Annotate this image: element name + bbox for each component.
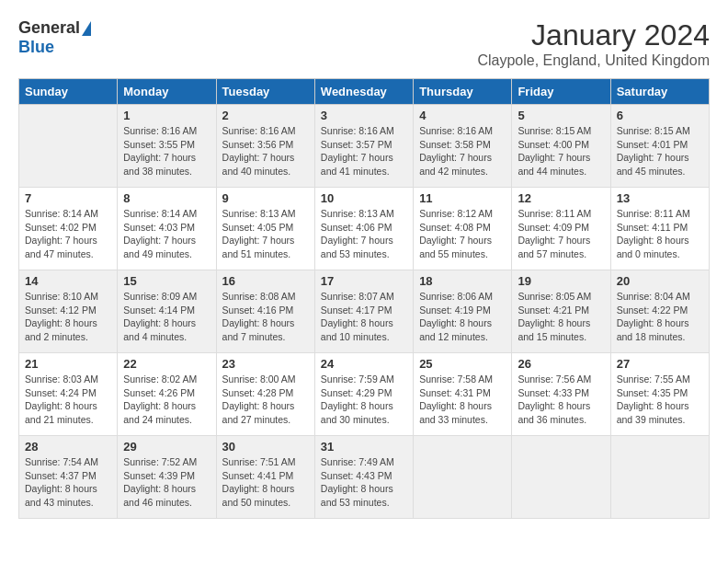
day-number: 12: [518, 191, 604, 205]
day-info: Sunrise: 8:16 AMSunset: 3:56 PMDaylight:…: [222, 124, 309, 178]
day-info: Sunrise: 8:15 AMSunset: 4:01 PMDaylight:…: [617, 124, 703, 178]
calendar-cell: 25 Sunrise: 7:58 AMSunset: 4:31 PMDaylig…: [414, 353, 512, 436]
day-info: Sunrise: 8:03 AMSunset: 4:24 PMDaylight:…: [25, 373, 111, 427]
day-number: 28: [25, 440, 111, 454]
calendar-cell: [414, 436, 512, 519]
calendar-cell: 26 Sunrise: 7:56 AMSunset: 4:33 PMDaylig…: [512, 353, 610, 436]
calendar-cell: 20 Sunrise: 8:04 AMSunset: 4:22 PMDaylig…: [610, 270, 709, 353]
day-number: 5: [518, 109, 604, 122]
calendar-cell: 24 Sunrise: 7:59 AMSunset: 4:29 PMDaylig…: [314, 353, 413, 436]
day-info: Sunrise: 7:51 AMSunset: 4:41 PMDaylight:…: [222, 455, 309, 510]
day-number: 14: [25, 274, 111, 288]
calendar-cell: 9 Sunrise: 8:13 AMSunset: 4:05 PMDayligh…: [216, 188, 314, 270]
calendar-cell: 29 Sunrise: 7:52 AMSunset: 4:39 PMDaylig…: [118, 436, 216, 519]
day-info: Sunrise: 8:16 AMSunset: 3:55 PMDaylight:…: [123, 124, 210, 178]
day-number: 7: [25, 191, 111, 205]
day-info: Sunrise: 8:10 AMSunset: 4:12 PMDaylight:…: [25, 290, 111, 344]
calendar-cell: 15 Sunrise: 8:09 AMSunset: 4:14 PMDaylig…: [118, 270, 216, 353]
day-number: 26: [518, 357, 604, 371]
calendar-cell: 7 Sunrise: 8:14 AMSunset: 4:02 PMDayligh…: [19, 188, 118, 270]
col-wednesday: Wednesday: [314, 79, 413, 105]
logo-blue-text: Blue: [18, 38, 54, 57]
day-info: Sunrise: 8:13 AMSunset: 4:05 PMDaylight:…: [222, 207, 309, 261]
day-info: Sunrise: 8:14 AMSunset: 4:03 PMDaylight:…: [123, 207, 210, 261]
day-info: Sunrise: 8:11 AMSunset: 4:09 PMDaylight:…: [518, 207, 604, 261]
day-info: Sunrise: 8:11 AMSunset: 4:11 PMDaylight:…: [617, 207, 703, 261]
day-info: Sunrise: 7:59 AMSunset: 4:29 PMDaylight:…: [321, 373, 407, 427]
calendar-cell: 14 Sunrise: 8:10 AMSunset: 4:12 PMDaylig…: [19, 270, 118, 353]
calendar-cell: 23 Sunrise: 8:00 AMSunset: 4:28 PMDaylig…: [216, 353, 314, 436]
logo: General Blue: [18, 18, 91, 57]
day-number: 25: [419, 357, 506, 371]
day-number: 18: [419, 274, 506, 288]
day-info: Sunrise: 8:07 AMSunset: 4:17 PMDaylight:…: [321, 290, 407, 344]
calendar-cell: 28 Sunrise: 7:54 AMSunset: 4:37 PMDaylig…: [19, 436, 118, 519]
calendar-cell: 13 Sunrise: 8:11 AMSunset: 4:11 PMDaylig…: [610, 188, 709, 270]
calendar-cell: 22 Sunrise: 8:02 AMSunset: 4:26 PMDaylig…: [118, 353, 216, 436]
calendar-cell: 27 Sunrise: 7:55 AMSunset: 4:35 PMDaylig…: [610, 353, 709, 436]
day-info: Sunrise: 8:02 AMSunset: 4:26 PMDaylight:…: [123, 373, 210, 427]
day-info: Sunrise: 8:04 AMSunset: 4:22 PMDaylight:…: [617, 290, 703, 344]
day-info: Sunrise: 8:05 AMSunset: 4:21 PMDaylight:…: [518, 290, 604, 344]
day-info: Sunrise: 8:12 AMSunset: 4:08 PMDaylight:…: [419, 207, 506, 261]
day-info: Sunrise: 8:16 AMSunset: 3:57 PMDaylight:…: [321, 124, 407, 178]
day-info: Sunrise: 8:00 AMSunset: 4:28 PMDaylight:…: [222, 373, 309, 427]
calendar-cell: [19, 105, 118, 188]
day-number: 8: [123, 191, 210, 205]
logo-icon: [82, 21, 91, 36]
calendar-cell: 19 Sunrise: 8:05 AMSunset: 4:21 PMDaylig…: [512, 270, 610, 353]
day-number: 29: [123, 440, 210, 454]
calendar-cell: 1 Sunrise: 8:16 AMSunset: 3:55 PMDayligh…: [118, 105, 216, 188]
day-number: 15: [123, 274, 210, 288]
header-row: Sunday Monday Tuesday Wednesday Thursday…: [19, 79, 710, 105]
day-info: Sunrise: 7:58 AMSunset: 4:31 PMDaylight:…: [419, 373, 506, 427]
day-info: Sunrise: 7:54 AMSunset: 4:37 PMDaylight:…: [25, 455, 111, 510]
calendar-cell: 30 Sunrise: 7:51 AMSunset: 4:41 PMDaylig…: [216, 436, 314, 519]
logo-general-text: General: [18, 18, 80, 38]
day-info: Sunrise: 8:06 AMSunset: 4:19 PMDaylight:…: [419, 290, 506, 344]
day-number: 23: [222, 357, 309, 371]
calendar-cell: 4 Sunrise: 8:16 AMSunset: 3:58 PMDayligh…: [414, 105, 512, 188]
calendar-cell: 10 Sunrise: 8:13 AMSunset: 4:06 PMDaylig…: [314, 188, 413, 270]
day-info: Sunrise: 7:56 AMSunset: 4:33 PMDaylight:…: [518, 373, 604, 427]
day-info: Sunrise: 8:15 AMSunset: 4:00 PMDaylight:…: [518, 124, 604, 178]
day-number: 2: [222, 109, 309, 122]
calendar-cell: 11 Sunrise: 8:12 AMSunset: 4:08 PMDaylig…: [414, 188, 512, 270]
day-number: 24: [321, 357, 407, 371]
calendar-cell: 2 Sunrise: 8:16 AMSunset: 3:56 PMDayligh…: [216, 105, 314, 188]
calendar-week-row: 21 Sunrise: 8:03 AMSunset: 4:24 PMDaylig…: [19, 353, 710, 436]
calendar-cell: [610, 436, 709, 519]
day-info: Sunrise: 7:49 AMSunset: 4:43 PMDaylight:…: [321, 455, 407, 510]
calendar-cell: 31 Sunrise: 7:49 AMSunset: 4:43 PMDaylig…: [314, 436, 413, 519]
calendar-cell: 12 Sunrise: 8:11 AMSunset: 4:09 PMDaylig…: [512, 188, 610, 270]
col-thursday: Thursday: [414, 79, 512, 105]
calendar-table: Sunday Monday Tuesday Wednesday Thursday…: [18, 78, 710, 519]
day-info: Sunrise: 8:08 AMSunset: 4:16 PMDaylight:…: [222, 290, 309, 344]
calendar-cell: 18 Sunrise: 8:06 AMSunset: 4:19 PMDaylig…: [414, 270, 512, 353]
day-number: 17: [321, 274, 407, 288]
calendar-cell: 21 Sunrise: 8:03 AMSunset: 4:24 PMDaylig…: [19, 353, 118, 436]
day-number: 13: [617, 191, 703, 205]
day-number: 4: [419, 109, 506, 122]
calendar-week-row: 1 Sunrise: 8:16 AMSunset: 3:55 PMDayligh…: [19, 105, 710, 188]
header: General Blue January 2024 Claypole, Engl…: [18, 18, 710, 69]
col-tuesday: Tuesday: [216, 79, 314, 105]
calendar-title: January 2024: [477, 18, 710, 52]
calendar-subtitle: Claypole, England, United Kingdom: [477, 52, 710, 69]
col-saturday: Saturday: [610, 79, 709, 105]
day-number: 6: [617, 109, 703, 122]
day-info: Sunrise: 7:52 AMSunset: 4:39 PMDaylight:…: [123, 455, 210, 510]
day-number: 16: [222, 274, 309, 288]
day-number: 21: [25, 357, 111, 371]
col-sunday: Sunday: [19, 79, 118, 105]
col-friday: Friday: [512, 79, 610, 105]
day-number: 11: [419, 191, 506, 205]
day-number: 3: [321, 109, 407, 122]
day-info: Sunrise: 8:09 AMSunset: 4:14 PMDaylight:…: [123, 290, 210, 344]
title-area: January 2024 Claypole, England, United K…: [477, 18, 710, 69]
calendar-week-row: 14 Sunrise: 8:10 AMSunset: 4:12 PMDaylig…: [19, 270, 710, 353]
day-number: 22: [123, 357, 210, 371]
day-number: 31: [321, 440, 407, 454]
day-info: Sunrise: 7:55 AMSunset: 4:35 PMDaylight:…: [617, 373, 703, 427]
col-monday: Monday: [118, 79, 216, 105]
